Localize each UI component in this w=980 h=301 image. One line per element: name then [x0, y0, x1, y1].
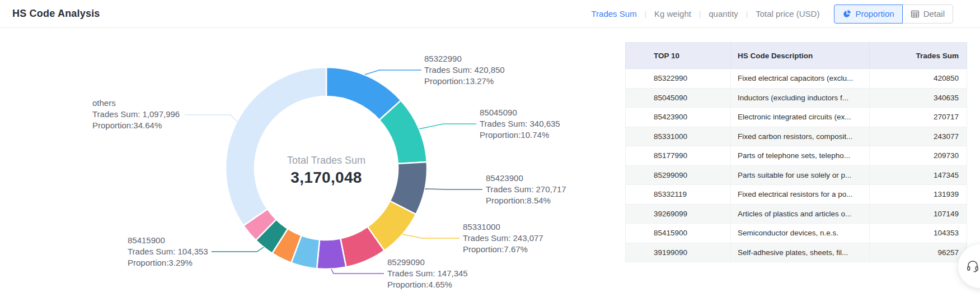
cell-hs-code: 85415900	[626, 224, 731, 243]
callout-85415900: 85415900Trades Sum: 104,353Proportion:3.…	[128, 235, 208, 268]
cell-trades-sum: 104353	[870, 224, 967, 243]
cell-hs-code: 39269099	[626, 204, 731, 224]
callout-85299090: 85299090Trades Sum: 147,345Proportion:4.…	[387, 257, 468, 290]
callout-code: 85299090	[387, 257, 468, 268]
view-toggle-group: Proportion Detail	[834, 4, 953, 24]
pie-chart-icon	[842, 10, 851, 18]
separator: |	[645, 10, 646, 18]
table-row: 85045090Inductors (excluding inductors f…	[626, 88, 967, 108]
cell-description: Semiconductor devices, n.e.s.	[731, 224, 870, 243]
metric-quantity[interactable]: quantity	[709, 9, 738, 18]
leader-line-85322990	[365, 70, 421, 75]
cell-hs-code: 85423900	[626, 108, 731, 127]
table-row: 85423900Electronic integrated circuits (…	[626, 108, 967, 127]
callout-code: 85331000	[463, 221, 543, 233]
cell-description: Parts of telephone sets, telepho...	[731, 146, 870, 166]
proportion-button[interactable]: Proportion	[834, 4, 902, 24]
cell-description: Self-adhesive plates, sheets, fil...	[731, 243, 870, 262]
donut-center-label: Total Trades Sum 3,170,048	[242, 155, 410, 187]
cell-description: Fixed carbon resistors, composit...	[731, 127, 870, 146]
metric-trades-sum[interactable]: Trades Sum	[591, 9, 636, 18]
donut-slice-85299090[interactable]	[317, 239, 346, 270]
cell-trades-sum: 270717	[870, 108, 967, 127]
callout-trades-sum: Trades Sum: 243,077	[463, 233, 543, 244]
column-header-top10: TOP 10	[626, 43, 731, 69]
metric-total-price[interactable]: Total price (USD)	[756, 9, 819, 18]
table-row: 85322990Fixed electrical capacitors (exc…	[626, 69, 967, 89]
callout-trades-sum: Trades Sum: 147,345	[387, 268, 468, 279]
cell-trades-sum: 107149	[870, 204, 967, 224]
cell-description: Inductors (excluding inductors f...	[731, 88, 870, 108]
cell-trades-sum: 420850	[870, 69, 967, 89]
callout-proportion: Proportion:13.27%	[424, 76, 505, 87]
cell-hs-code: 85332119	[626, 185, 731, 205]
detail-button-label: Detail	[923, 9, 945, 18]
callout-proportion: Proportion:7.67%	[463, 244, 543, 255]
table-header-row: TOP 10 HS Code Description Trades Sum	[626, 43, 967, 69]
cell-description: Electronic integrated circuits (ex...	[731, 108, 870, 127]
callout-proportion: Proportion:34.64%	[92, 120, 180, 131]
cell-hs-code: 85177990	[626, 146, 731, 166]
callout-code: 85423900	[486, 173, 566, 184]
separator: |	[746, 10, 748, 18]
callout-trades-sum: Trades Sum: 104,353	[128, 246, 208, 257]
headset-icon	[965, 259, 980, 274]
table-row: 85177990Parts of telephone sets, telepho…	[626, 146, 967, 166]
callout-proportion: Proportion:3.29%	[128, 257, 208, 268]
cell-description: Fixed electrical resistors for a po...	[731, 185, 870, 205]
callout-trades-sum: Trades Sum: 420,850	[424, 64, 505, 76]
callout-trades-sum: Trades Sum: 1,097,996	[92, 109, 180, 120]
callout-proportion: Proportion:8.54%	[486, 195, 566, 206]
callout-code: 85045090	[480, 107, 560, 118]
callout-proportion: Proportion:10.74%	[480, 129, 560, 141]
proportion-button-label: Proportion	[855, 9, 894, 18]
metric-kg-weight[interactable]: Kg weight	[654, 9, 691, 18]
callout-others: othersTrades Sum: 1,097,996Proportion:34…	[92, 98, 180, 131]
total-trades-sum-label: Total Trades Sum	[242, 155, 410, 166]
cell-trades-sum: 340635	[870, 88, 967, 108]
metric-nav: Trades Sum | Kg weight | quantity | Tota…	[591, 9, 819, 18]
leader-line-85045090	[419, 124, 476, 129]
page-header: HS Code Analysis Trades Sum | Kg weight …	[0, 0, 980, 28]
cell-hs-code: 39199090	[626, 243, 731, 262]
cell-hs-code: 85322990	[626, 69, 731, 89]
callout-85423900: 85423900Trades Sum: 270,717Proportion:8.…	[486, 173, 566, 206]
table-row: 85299090Parts suitable for use solely or…	[626, 165, 967, 185]
table-row: 39199090Self-adhesive plates, sheets, fi…	[626, 243, 967, 262]
column-header-description: HS Code Description	[731, 43, 870, 69]
callout-85331000: 85331000Trades Sum: 243,077Proportion:7.…	[463, 221, 543, 255]
callout-code: 85322990	[424, 53, 505, 64]
cell-description: Articles of plastics and articles o...	[731, 204, 870, 224]
cell-trades-sum: 96257	[870, 243, 967, 262]
table-row: 85415900Semiconductor devices, n.e.s.104…	[626, 224, 967, 243]
page-title: HS Code Analysis	[12, 8, 100, 20]
leader-line-85331000	[402, 234, 459, 238]
callout-trades-sum: Trades Sum: 340,635	[480, 118, 560, 129]
cell-description: Fixed electrical capacitors (exclu...	[731, 69, 870, 89]
cell-description: Parts suitable for use solely or p...	[731, 165, 870, 185]
cell-hs-code: 85331000	[626, 127, 731, 146]
callout-85322990: 85322990Trades Sum: 420,850Proportion:13…	[424, 53, 505, 87]
table-icon	[911, 10, 920, 18]
cell-hs-code: 85299090	[626, 165, 731, 185]
column-header-trades-sum: Trades Sum	[870, 43, 967, 69]
table-row: 85331000Fixed carbon resistors, composit…	[626, 127, 967, 146]
cell-trades-sum: 131939	[870, 185, 967, 205]
leader-line-85423900	[425, 189, 482, 189]
callout-code: 85415900	[128, 235, 208, 246]
cell-trades-sum: 243077	[870, 127, 967, 146]
callout-85045090: 85045090Trades Sum: 340,635Proportion:10…	[480, 107, 560, 141]
leader-line-others	[185, 115, 237, 122]
hs-code-analysis-page: HS Code Analysis Trades Sum | Kg weight …	[0, 0, 980, 301]
leader-line-85415900	[212, 247, 264, 252]
table-row: 85332119Fixed electrical resistors for a…	[626, 185, 967, 205]
donut-slice-others[interactable]	[226, 67, 326, 225]
cell-trades-sum: 209730	[870, 146, 967, 166]
leader-line-85299090	[331, 269, 384, 274]
cell-hs-code: 85045090	[626, 88, 731, 108]
separator: |	[699, 10, 701, 18]
total-trades-sum-value: 3,170,048	[242, 169, 410, 187]
cell-trades-sum: 147345	[870, 165, 967, 185]
detail-button[interactable]: Detail	[902, 4, 953, 24]
callout-proportion: Proportion:4.65%	[387, 279, 468, 290]
